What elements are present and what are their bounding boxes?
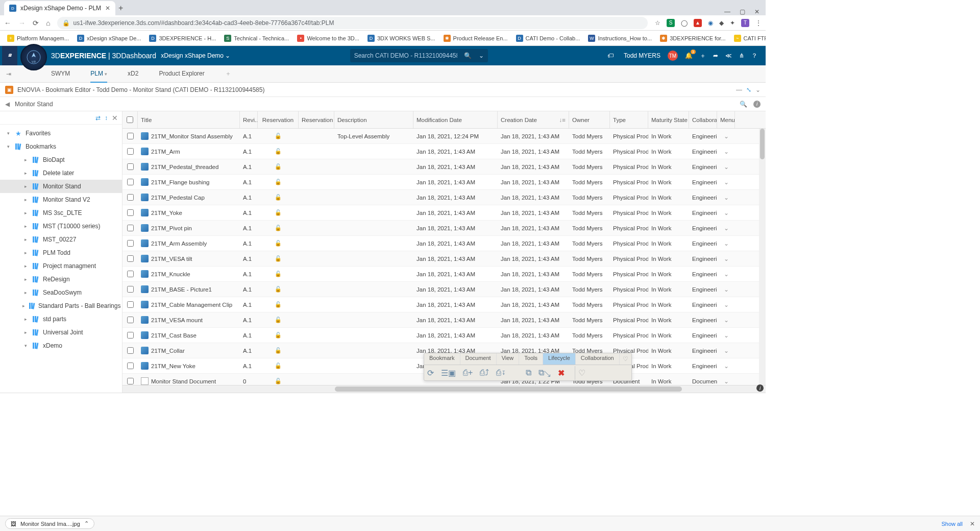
tree-node[interactable]: ▸MST_00227 [0,233,122,246]
unlock-icon[interactable]: 🔓 [275,194,282,201]
row-checkbox[interactable] [127,347,134,354]
run-icon[interactable]: ⋔ [739,52,744,59]
table-row[interactable]: 21TM_ArmA.1🔓Jan 18, 2021, 1:43 AMJan 18,… [122,144,766,159]
browser-tab[interactable]: D xDesign xShape Demo - PLM ✕ [4,1,115,15]
tree-node[interactable]: ▸ReDesign [0,273,122,286]
new-revision-icon[interactable]: ⎙+ [463,368,473,377]
row-menu-icon[interactable]: ⌄ [720,209,732,216]
row-checkbox[interactable] [127,194,134,201]
row-menu-icon[interactable]: ⌄ [720,225,732,232]
dashboard-tab[interactable]: xD2 [128,65,138,83]
tree-node[interactable]: ▸SeaDooSwym [0,286,122,299]
col-type[interactable]: Type [610,111,648,128]
actionbar-tab[interactable]: Lifecycle [543,353,576,365]
tree-twist-icon[interactable]: ▸ [22,330,29,335]
unlock-icon[interactable]: 🔓 [275,286,282,293]
col-menu[interactable]: Menu [717,111,735,128]
row-menu-icon[interactable]: ⌄ [720,317,732,324]
star-icon[interactable]: ☆ [655,19,660,27]
dashboard-tab[interactable]: PLM▾ [90,65,107,83]
collapse-tree-icon[interactable]: ✕ [112,114,118,122]
address-bar[interactable]: 🔒 us1-ifwe.3dexperience.3ds.com/#dashboa… [57,17,648,29]
expand-sidebar-icon[interactable]: ⇥ [6,70,11,78]
tree-node[interactable]: ▾Bookmarks [0,140,122,153]
minimize-icon[interactable]: — [724,8,730,15]
row-checkbox[interactable] [127,363,134,369]
add-tab-icon[interactable]: ＋ [225,69,231,78]
row-menu-icon[interactable]: ⌄ [720,163,732,171]
unlock-icon[interactable]: 🔓 [275,363,282,369]
vertical-scrollbar[interactable] [759,129,766,385]
row-checkbox[interactable] [127,378,134,384]
add-icon[interactable]: ＋ [700,52,706,60]
actionbar-tab[interactable]: Collaboration [576,353,620,365]
link-share-icon[interactable]: ≪ [725,52,732,59]
col-owner[interactable]: Owner [569,111,610,128]
tree-twist-icon[interactable]: ▸ [22,197,29,202]
forward-button[interactable]: → [18,19,26,27]
tree-twist-icon[interactable]: ▸ [22,184,29,189]
tree-node[interactable]: ▸Standard Parts - Ball Bearings [0,299,122,312]
row-checkbox[interactable] [127,317,134,323]
paste-icon[interactable]: ⧉↘ [538,368,551,377]
copy-icon[interactable]: ⧉ [526,368,531,377]
extension-icon[interactable]: ▲ [694,19,702,27]
table-row[interactable]: 21TM_Monitor Stand AssemblyA.1🔓Top-Level… [122,129,766,144]
close-window-icon[interactable]: ✕ [754,8,760,15]
chevron-down-icon[interactable]: ▾ [105,71,107,77]
properties-icon[interactable]: ☰▣ [441,368,456,378]
table-row[interactable]: 21TM_Pedestal_threadedA.1🔓Jan 18, 2021, … [122,159,766,175]
col-checkbox[interactable] [122,111,138,128]
breadcrumb[interactable]: Monitor Stand [15,101,53,108]
unlock-icon[interactable]: 🔓 [275,317,282,323]
extension-icon[interactable]: ◉ [708,19,713,27]
table-row[interactable]: 21TM_VESA mountA.1🔓Jan 18, 2021, 1:43 AM… [122,312,766,328]
browser-menu-icon[interactable]: ⋮ [755,19,762,27]
table-row[interactable]: 21TM_Cast BaseA.1🔓Jan 18, 2021, 1:43 AMJ… [122,328,766,343]
actionbar-tab[interactable]: Document [460,353,497,365]
row-checkbox[interactable] [127,301,134,308]
tree-node[interactable]: ▸Universal Joint [0,326,122,339]
unlock-icon[interactable]: 🔓 [275,332,282,339]
unlock-icon[interactable]: 🔓 [275,301,282,308]
tree-twist-icon[interactable]: ▾ [5,144,11,149]
row-menu-icon[interactable]: ⌄ [720,255,732,262]
ds-logo-icon[interactable]: Ⳬ [2,46,17,65]
home-button[interactable]: ⌂ [46,19,50,27]
unlock-icon[interactable]: 🔓 [275,378,282,384]
row-menu-icon[interactable]: ⌄ [720,148,732,155]
actionbar-favorite-icon[interactable]: ♡ [620,353,631,365]
reload-button[interactable]: ⟳ [33,19,39,27]
back-button[interactable]: ← [4,19,11,27]
table-row[interactable]: 21TM_Pedestal CapA.1🔓Jan 18, 2021, 1:43 … [122,190,766,205]
tree-twist-icon[interactable]: ▸ [22,171,29,176]
row-menu-icon[interactable]: ⌄ [720,271,732,278]
dashboard-tab[interactable]: Product Explorer [159,65,204,83]
row-menu-icon[interactable]: ⌄ [720,133,732,140]
page-name[interactable]: xDesign xShape Demo ⌄ [159,52,230,59]
bookmark-item[interactable]: WInstructions_How to... [585,34,655,43]
unlock-icon[interactable]: 🔓 [275,163,282,170]
row-checkbox[interactable] [127,179,134,185]
row-menu-icon[interactable]: ⌄ [720,363,732,370]
bookmark-item[interactable]: •Welcome to the 3D... [294,34,362,43]
extensions-menu-icon[interactable]: ✦ [730,19,735,27]
unlock-icon[interactable]: 🔓 [275,255,282,262]
row-checkbox[interactable] [127,332,134,339]
unlock-icon[interactable]: 🔓 [275,240,282,247]
table-row[interactable]: 21TM_Pivot pinA.1🔓Jan 18, 2021, 1:43 AMJ… [122,221,766,236]
bookmark-item[interactable]: +Platform Managem... [4,34,72,43]
tree-node[interactable]: ▸Monitor Stand V2 [0,193,122,206]
unlock-icon[interactable]: 🔓 [275,271,282,277]
tree-twist-icon[interactable]: ▸ [22,250,29,255]
tree-node[interactable]: ▸BioDapt [0,153,122,166]
info-icon[interactable]: i [753,101,761,108]
bookmark-item[interactable]: D3DEXPERIENCE - H... [146,34,219,43]
col-revision[interactable]: Revi... [240,111,258,128]
row-checkbox[interactable] [127,133,134,139]
tree-node[interactable]: ▸MS 3sc_DLTE [0,206,122,220]
row-menu-icon[interactable]: ⌄ [720,286,732,293]
tree-node[interactable]: ▾★Favorites [0,127,122,140]
branch-icon[interactable]: ⎙⤴ [480,368,489,377]
sort-icon[interactable]: ↕ [105,114,108,122]
